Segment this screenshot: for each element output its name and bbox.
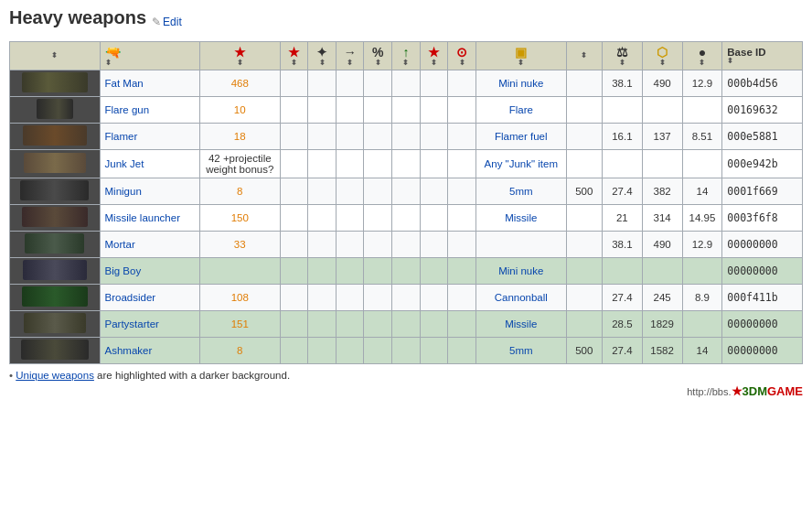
weapon-h6-cell bbox=[420, 258, 448, 285]
ammo-link[interactable]: 5mm bbox=[509, 345, 533, 356]
table-row: Fat Man468Mini nuke38.149012.9000b4d56 bbox=[10, 70, 803, 97]
th-h6[interactable]: ★ ⬍ bbox=[420, 42, 448, 70]
weapon-name-link[interactable]: Fat Man bbox=[105, 78, 144, 89]
weapon-ammo-cell bbox=[476, 232, 567, 258]
th-baseid[interactable]: Base ID ⬍ bbox=[722, 42, 803, 70]
weapon-h3-cell bbox=[336, 150, 364, 178]
weapon-weight-cell: 27.4 bbox=[602, 178, 642, 205]
weapon-value-cell bbox=[642, 97, 682, 124]
weapon-value-cell: 490 bbox=[642, 232, 682, 258]
th-ammo-qty[interactable]: ⬍ bbox=[566, 42, 602, 70]
weapon-weight-cell: 27.4 bbox=[602, 338, 642, 364]
weapon-ammo-cell: 5mm bbox=[476, 178, 567, 205]
weapon-name-cell: Partystarter bbox=[100, 311, 199, 338]
ammo-link[interactable]: Any "Junk" item bbox=[485, 158, 558, 169]
weapon-h7-cell bbox=[448, 70, 476, 97]
weapon-name-link[interactable]: Broadsider bbox=[105, 292, 156, 303]
weapon-h4-cell bbox=[364, 311, 392, 338]
weapon-damage-cell: 108 bbox=[199, 285, 280, 311]
ammo-link[interactable]: Flare bbox=[509, 104, 533, 115]
weapon-image-cell bbox=[10, 150, 101, 178]
weapon-image-cell bbox=[10, 285, 101, 311]
h2-icon: ✦ bbox=[316, 45, 327, 59]
weapon-h2-cell bbox=[308, 258, 337, 285]
th-name[interactable]: 🔫 ⬍ bbox=[100, 42, 199, 70]
weapon-name-link[interactable]: Partystarter bbox=[105, 318, 159, 329]
th-ammo[interactable]: ▣ ⬍ bbox=[476, 42, 567, 70]
weapon-name-cell: Flare gun bbox=[100, 97, 199, 124]
weapon-h1-cell bbox=[280, 150, 308, 178]
th-h4[interactable]: % ⬍ bbox=[364, 42, 392, 70]
weapon-h1-cell bbox=[280, 124, 308, 150]
weapon-ammo-cell: Mini nuke bbox=[476, 258, 567, 285]
weapon-image-cell bbox=[10, 97, 101, 124]
weapon-h4-cell bbox=[364, 178, 392, 205]
weapon-ammo-cell: 5mm bbox=[476, 338, 567, 364]
weapon-name-link[interactable]: Ashmaker bbox=[105, 345, 153, 356]
weapon-name-link[interactable]: Flare gun bbox=[105, 104, 150, 115]
th-h5[interactable]: ↑ ⬍ bbox=[392, 42, 421, 70]
weapons-table: ⬍ 🔫 ⬍ ★ ⬍ ★ ⬍ ✦ ⬍ → bbox=[9, 41, 803, 364]
weapon-image-cell bbox=[10, 258, 101, 285]
weapon-damage-cell: 468 bbox=[199, 70, 280, 97]
ammo-link[interactable]: Mini nuke bbox=[498, 78, 543, 89]
weapon-name-cell: Mortar bbox=[100, 232, 199, 258]
table-row: Flare gun10Flare00169632 bbox=[10, 97, 803, 124]
weapon-name-link[interactable]: Mortar bbox=[105, 239, 135, 250]
weapon-weight-cell bbox=[602, 97, 642, 124]
ammo-link[interactable]: Flamer fuel bbox=[495, 131, 548, 142]
weapon-ap-cell: 14 bbox=[682, 338, 722, 364]
weapon-baseid-cell: 000e942b bbox=[722, 150, 803, 178]
weapon-value-cell: 1582 bbox=[642, 338, 682, 364]
table-header-row: ⬍ 🔫 ⬍ ★ ⬍ ★ ⬍ ✦ ⬍ → bbox=[10, 42, 803, 70]
h4-icon: % bbox=[372, 45, 383, 59]
table-row: Flamer18Flamer fuel16.11378.51000e5881 bbox=[10, 124, 803, 150]
watermark-game: GAME bbox=[767, 384, 803, 398]
weapon-ammo-cell: Flare bbox=[476, 97, 567, 124]
weapon-h3-cell bbox=[336, 232, 364, 258]
weapon-ap-cell: 8.9 bbox=[682, 285, 722, 311]
weapon-value-cell: 490 bbox=[642, 70, 682, 97]
weapon-value-cell bbox=[642, 258, 682, 285]
table-row: Big BoyMini nuke00000000 bbox=[10, 258, 803, 285]
table-row: Missile launcher150Missile2131414.950003… bbox=[10, 205, 803, 232]
weapon-h4-cell bbox=[364, 70, 392, 97]
weapon-name-cell: Broadsider bbox=[100, 285, 199, 311]
th-damage[interactable]: ★ ⬍ bbox=[199, 42, 280, 70]
weapon-ammo-qty-cell: 500 bbox=[566, 338, 602, 364]
th-h7[interactable]: ⊙ ⬍ bbox=[448, 42, 476, 70]
weapon-h5-cell bbox=[392, 338, 421, 364]
weapon-damage-cell bbox=[199, 258, 280, 285]
ammo-link[interactable]: Missile bbox=[505, 318, 537, 329]
th-h1[interactable]: ★ ⬍ bbox=[280, 42, 308, 70]
weapon-h3-cell bbox=[336, 97, 364, 124]
ammo-link[interactable]: Mini nuke bbox=[498, 265, 543, 276]
weapon-name-link[interactable]: Flamer bbox=[105, 131, 138, 142]
weapon-h4-cell bbox=[364, 258, 392, 285]
weapon-damage-cell: 10 bbox=[199, 97, 280, 124]
weapon-h6-cell bbox=[420, 285, 448, 311]
th-image[interactable]: ⬍ bbox=[10, 42, 101, 70]
ammo-icon: ▣ bbox=[515, 45, 527, 59]
th-ap[interactable]: ● ⬍ bbox=[682, 42, 722, 70]
th-h2[interactable]: ✦ ⬍ bbox=[308, 42, 337, 70]
th-value[interactable]: ⬡ ⬍ bbox=[642, 42, 682, 70]
weapon-name-link[interactable]: Junk Jet bbox=[105, 158, 144, 169]
edit-link[interactable]: ✎Edit bbox=[152, 16, 182, 28]
weapon-ap-cell bbox=[682, 97, 722, 124]
sort-arrows-img: ⬍ bbox=[15, 52, 95, 59]
ammo-link[interactable]: Missile bbox=[505, 212, 537, 223]
weapon-h2-cell bbox=[308, 311, 337, 338]
weapon-h5-cell bbox=[392, 124, 421, 150]
th-h3[interactable]: → ⬍ bbox=[336, 42, 364, 70]
footer-text: are highlighted with a darker background… bbox=[97, 370, 290, 381]
weapon-name-link[interactable]: Missile launcher bbox=[105, 212, 180, 223]
ammo-link[interactable]: 5mm bbox=[509, 186, 533, 197]
weapon-h7-cell bbox=[448, 338, 476, 364]
weapon-name-link[interactable]: Big Boy bbox=[105, 265, 142, 276]
unique-weapons-link[interactable]: Unique weapons bbox=[16, 370, 94, 381]
weapon-h6-cell bbox=[420, 178, 448, 205]
ammo-link[interactable]: Cannonball bbox=[495, 292, 548, 303]
weapon-name-link[interactable]: Minigun bbox=[105, 186, 142, 197]
th-weight[interactable]: ⚖ ⬍ bbox=[602, 42, 642, 70]
